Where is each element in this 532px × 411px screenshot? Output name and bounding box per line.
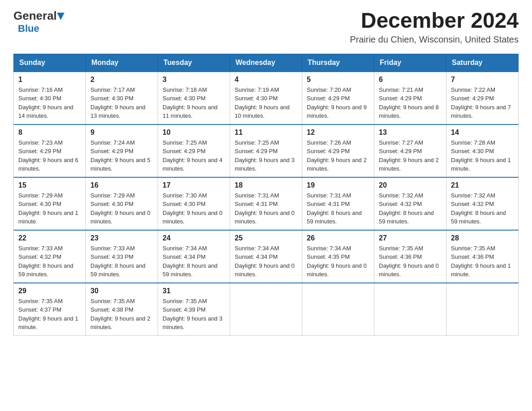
sunset-label: Sunset: 4:29 PM xyxy=(307,95,350,102)
sunset-label: Sunset: 4:29 PM xyxy=(379,148,422,154)
sunrise-label: Sunrise: 7:30 AM xyxy=(163,192,207,199)
daylight-label: Daylight: 9 hours and 5 minutes. xyxy=(90,157,150,172)
sunrise-label: Sunrise: 7:17 AM xyxy=(90,86,135,93)
daylight-label: Daylight: 9 hours and 2 minutes. xyxy=(379,157,439,172)
sunrise-label: Sunrise: 7:35 AM xyxy=(90,298,135,304)
sunset-label: Sunset: 4:29 PM xyxy=(451,95,494,102)
sunset-label: Sunset: 4:35 PM xyxy=(307,253,350,260)
day-info: Sunrise: 7:35 AM Sunset: 4:36 PM Dayligh… xyxy=(379,244,442,279)
sunrise-label: Sunrise: 7:34 AM xyxy=(235,245,279,252)
day-info: Sunrise: 7:27 AM Sunset: 4:29 PM Dayligh… xyxy=(379,138,442,173)
day-number: 18 xyxy=(235,181,297,189)
day-info: Sunrise: 7:29 AM Sunset: 4:30 PM Dayligh… xyxy=(90,191,153,226)
title-section: December 2024 Prairie du Chien, Wisconsi… xyxy=(350,9,519,45)
daylight-label: Daylight: 9 hours and 7 minutes. xyxy=(451,104,511,120)
day-info: Sunrise: 7:35 AM Sunset: 4:39 PM Dayligh… xyxy=(163,297,225,332)
table-row: 9 Sunrise: 7:24 AM Sunset: 4:29 PM Dayli… xyxy=(86,124,158,177)
sunrise-label: Sunrise: 7:27 AM xyxy=(379,139,423,146)
day-info: Sunrise: 7:29 AM Sunset: 4:30 PM Dayligh… xyxy=(18,191,81,226)
day-number: 10 xyxy=(163,128,225,137)
sunset-label: Sunset: 4:30 PM xyxy=(90,201,133,207)
day-info: Sunrise: 7:19 AM Sunset: 4:30 PM Dayligh… xyxy=(235,86,297,120)
logo-blue-text: Blue xyxy=(18,23,64,34)
sunrise-label: Sunrise: 7:20 AM xyxy=(307,86,351,93)
sunset-label: Sunset: 4:34 PM xyxy=(163,253,206,260)
sunset-label: Sunset: 4:31 PM xyxy=(235,201,278,207)
table-row xyxy=(230,283,302,336)
day-number: 9 xyxy=(90,128,153,137)
sunset-label: Sunset: 4:31 PM xyxy=(307,201,350,207)
table-row: 5 Sunrise: 7:20 AM Sunset: 4:29 PM Dayli… xyxy=(302,72,374,124)
sunset-label: Sunset: 4:33 PM xyxy=(90,253,133,260)
sunrise-label: Sunrise: 7:25 AM xyxy=(163,139,207,146)
day-number: 31 xyxy=(163,287,225,295)
table-row: 25 Sunrise: 7:34 AM Sunset: 4:34 PM Dayl… xyxy=(230,230,302,283)
daylight-label: Daylight: 8 hours and 59 minutes. xyxy=(163,262,218,278)
day-number: 8 xyxy=(18,128,81,137)
logo-general-blue: ▶ xyxy=(56,13,66,19)
day-number: 4 xyxy=(235,76,297,84)
table-row xyxy=(374,283,446,336)
sunrise-label: Sunrise: 7:23 AM xyxy=(18,139,63,146)
sunset-label: Sunset: 4:30 PM xyxy=(90,95,133,102)
daylight-label: Daylight: 9 hours and 4 minutes. xyxy=(163,157,223,172)
day-info: Sunrise: 7:31 AM Sunset: 4:31 PM Dayligh… xyxy=(307,191,369,226)
table-row: 24 Sunrise: 7:34 AM Sunset: 4:34 PM Dayl… xyxy=(158,230,230,283)
table-row: 28 Sunrise: 7:35 AM Sunset: 4:36 PM Dayl… xyxy=(446,230,519,283)
day-number: 25 xyxy=(235,234,297,242)
sunset-label: Sunset: 4:29 PM xyxy=(18,148,61,154)
sunrise-label: Sunrise: 7:31 AM xyxy=(235,192,279,199)
sunrise-label: Sunrise: 7:28 AM xyxy=(451,139,495,146)
weekday-header-tuesday: Tuesday xyxy=(158,54,230,72)
page-header: General▶ Blue December 2024 Prairie du C… xyxy=(13,9,519,45)
table-row: 1 Sunrise: 7:16 AM Sunset: 4:30 PM Dayli… xyxy=(14,72,86,124)
sunrise-label: Sunrise: 7:32 AM xyxy=(379,192,423,199)
day-number: 15 xyxy=(18,181,81,189)
day-info: Sunrise: 7:25 AM Sunset: 4:29 PM Dayligh… xyxy=(235,138,297,173)
sunset-label: Sunset: 4:29 PM xyxy=(90,148,133,154)
calendar-header: SundayMondayTuesdayWednesdayThursdayFrid… xyxy=(14,54,519,72)
day-number: 11 xyxy=(235,128,297,137)
sunrise-label: Sunrise: 7:33 AM xyxy=(90,245,135,252)
day-info: Sunrise: 7:35 AM Sunset: 4:38 PM Dayligh… xyxy=(90,297,153,332)
day-info: Sunrise: 7:25 AM Sunset: 4:29 PM Dayligh… xyxy=(163,138,225,173)
table-row: 29 Sunrise: 7:35 AM Sunset: 4:37 PM Dayl… xyxy=(14,283,86,336)
day-info: Sunrise: 7:33 AM Sunset: 4:32 PM Dayligh… xyxy=(18,244,81,279)
table-row: 30 Sunrise: 7:35 AM Sunset: 4:38 PM Dayl… xyxy=(86,283,158,336)
daylight-label: Daylight: 9 hours and 1 minute. xyxy=(451,262,511,278)
table-row xyxy=(446,283,519,336)
day-info: Sunrise: 7:16 AM Sunset: 4:30 PM Dayligh… xyxy=(18,86,81,120)
daylight-label: Daylight: 9 hours and 0 minutes. xyxy=(90,210,150,225)
sunset-label: Sunset: 4:30 PM xyxy=(235,95,278,102)
daylight-label: Daylight: 9 hours and 2 minutes. xyxy=(307,157,367,172)
table-row: 26 Sunrise: 7:34 AM Sunset: 4:35 PM Dayl… xyxy=(302,230,374,283)
sunset-label: Sunset: 4:29 PM xyxy=(163,148,206,154)
week-row-1: 1 Sunrise: 7:16 AM Sunset: 4:30 PM Dayli… xyxy=(14,72,519,124)
day-number: 24 xyxy=(163,234,225,242)
day-info: Sunrise: 7:24 AM Sunset: 4:29 PM Dayligh… xyxy=(90,138,153,173)
day-info: Sunrise: 7:34 AM Sunset: 4:34 PM Dayligh… xyxy=(235,244,297,279)
daylight-label: Daylight: 9 hours and 13 minutes. xyxy=(90,104,146,120)
sunrise-label: Sunrise: 7:32 AM xyxy=(451,192,495,199)
sunset-label: Sunset: 4:29 PM xyxy=(235,148,278,154)
daylight-label: Daylight: 9 hours and 0 minutes. xyxy=(307,262,367,278)
weekday-header-saturday: Saturday xyxy=(446,54,519,72)
table-row: 19 Sunrise: 7:31 AM Sunset: 4:31 PM Dayl… xyxy=(302,177,374,230)
day-info: Sunrise: 7:30 AM Sunset: 4:30 PM Dayligh… xyxy=(163,191,225,226)
daylight-label: Daylight: 8 hours and 59 minutes. xyxy=(18,262,73,278)
sunrise-label: Sunrise: 7:21 AM xyxy=(379,86,423,93)
day-number: 19 xyxy=(307,181,369,189)
day-info: Sunrise: 7:34 AM Sunset: 4:34 PM Dayligh… xyxy=(163,244,225,279)
table-row: 14 Sunrise: 7:28 AM Sunset: 4:30 PM Dayl… xyxy=(446,124,519,177)
daylight-label: Daylight: 9 hours and 8 minutes. xyxy=(379,104,439,120)
sunset-label: Sunset: 4:38 PM xyxy=(90,306,133,313)
day-number: 17 xyxy=(163,181,225,189)
day-number: 3 xyxy=(163,76,225,84)
daylight-label: Daylight: 9 hours and 0 minutes. xyxy=(235,210,295,225)
sunrise-label: Sunrise: 7:18 AM xyxy=(163,86,207,93)
day-info: Sunrise: 7:18 AM Sunset: 4:30 PM Dayligh… xyxy=(163,86,225,120)
table-row: 3 Sunrise: 7:18 AM Sunset: 4:30 PM Dayli… xyxy=(158,72,230,124)
day-info: Sunrise: 7:34 AM Sunset: 4:35 PM Dayligh… xyxy=(307,244,369,279)
day-number: 1 xyxy=(18,76,81,84)
daylight-label: Daylight: 9 hours and 11 minutes. xyxy=(163,104,218,120)
